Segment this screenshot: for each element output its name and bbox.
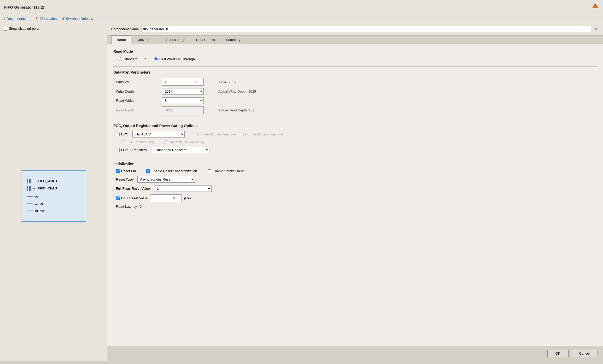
write-width-label: Write Width [116,80,158,84]
reset-pin-row: Reset Pin Enable Reset Synchronization E… [113,169,597,173]
tab-summary[interactable]: Summary [220,35,246,44]
title-bar: FIFO Generator (13.2) [0,0,603,14]
enable-safety-checkbox[interactable] [208,169,211,173]
write-width-input[interactable] [164,79,195,85]
read-width-label: Read Width [116,99,158,103]
write-depth-select[interactable]: 1024 512 2048 [162,88,204,95]
read-latency-label: Read Latency : 0 [116,205,142,208]
first-word-option: First Word Fall Through [154,57,195,61]
standard-fifo-radio[interactable] [119,57,122,61]
output-reg-checkbox[interactable] [116,148,120,152]
location-icon: 📍 [34,17,39,21]
dout-reset-input-box: ✕ [150,194,182,202]
double-bit-checkbox[interactable] [240,133,244,136]
write-width-hint: 1,2,3...1024 [218,80,597,84]
ecc-checkbox-item: ECC [116,132,128,136]
cancel-button[interactable]: Cancel [571,350,598,357]
info-icon: ℹ [4,16,5,21]
ecc-type-select[interactable]: Hard ECC Soft ECC [132,131,185,138]
dynamic-power-item: Dynamic Power Gating [164,140,204,144]
read-mode-group: Standard FIFO First Word Fall Through [113,57,597,61]
ok-button[interactable]: OK [547,350,569,357]
ecc-section-title: ECC, Output Register and Power Gating Op… [113,124,597,128]
dynamic-power-checkbox[interactable] [164,140,168,144]
double-bit-label: Double Bit Error Injection [245,132,283,136]
read-port-icon [27,186,31,191]
output-reg-row: Output Registers Embedded Registers Fabr… [113,147,597,153]
tab-status-flags-label: Status Flags [166,38,185,42]
init-title: Initialization [113,162,597,166]
reset-type-row: Reset Type Asynchronous Reset Synchronou… [113,176,597,183]
enable-safety-item: Enable Safety Circuit [208,169,244,173]
show-disabled-row: Show disabled ports [4,27,103,31]
read-depth-input-box [162,106,204,114]
app-logo [592,3,599,11]
actual-write-depth: Actual Write Depth: 1025 [218,89,597,93]
refresh-icon: ↺ [62,17,65,21]
dout-reset-clear[interactable]: ✕ [173,196,175,200]
show-disabled-checkbox[interactable] [4,27,7,31]
tab-data-counts[interactable]: Data Counts [191,35,220,44]
ecc-checkbox[interactable] [116,133,120,136]
ecc-row1: ECC Hard ECC Soft ECC Single Bit Error I… [113,131,597,138]
full-flags-select[interactable]: 1 0 [154,185,212,192]
standard-fifo-option: Standard FIFO [119,57,146,61]
tab-native-ports[interactable]: Native Ports [131,35,161,44]
doc-link[interactable]: ℹ Documentation [4,16,29,21]
reset-type-label: Reset Type [116,177,133,181]
write-depth-label: Write Depth [116,89,158,93]
toolbar: ℹ Documentation 📍 IP Location ↺ Switch t… [0,14,603,23]
tab-basic[interactable]: Basic [111,35,131,44]
fifo-read-port: + FIFO_READ [27,186,78,191]
tab-native-ports-label: Native Ports [137,38,155,42]
fifo-block: + FIFO_WRITE + FIFO_READ rst [21,170,86,222]
ecc-pipeline-item: ECC Pipeline Reg [121,140,154,144]
actual-read-depth: Actual Read Depth: 1025 [218,108,597,112]
rd-clk-label: rd_clk [35,209,44,213]
enable-safety-label: Enable Safety Circuit [213,169,244,173]
single-bit-checkbox[interactable] [194,133,198,136]
dout-row: Dout Reset Value ✕ (Hex) [113,194,597,202]
component-name-row: Component Name ✕ [107,23,603,35]
tab-bar: Basic Native Ports Status Flags Data Cou… [107,35,603,44]
switch-defaults-link[interactable]: ↺ Switch to Defaults [62,17,93,21]
rst-signal: rst [27,195,78,199]
ecc-row2: ECC Pipeline Reg Dynamic Power Gating [113,140,597,144]
ip-location-link[interactable]: 📍 IP Location [34,17,57,21]
write-width-input-box: ✕ [162,78,204,86]
bottom-buttons: OK Cancel [107,346,603,361]
standard-fifo-label: Standard FIFO [124,57,146,61]
reset-type-select[interactable]: Asynchronous Reset Synchronous Reset [137,176,195,183]
reset-pin-checkbox[interactable] [116,169,120,173]
first-word-radio[interactable] [154,57,158,61]
component-name-input[interactable] [142,26,591,32]
ecc-pipeline-checkbox[interactable] [121,140,125,144]
reset-pin-label: Reset Pin [121,169,136,173]
ip-location-label: IP Location [40,17,57,21]
dout-reset-checkbox[interactable] [116,196,120,200]
close-button[interactable]: ✕ [594,27,599,31]
rst-label: rst [35,195,39,199]
tab-status-flags[interactable]: Status Flags [161,35,191,44]
dout-reset-label: Dout Reset Value [121,196,148,200]
dout-reset-input[interactable] [152,195,173,201]
write-width-clear[interactable]: ✕ [195,80,197,83]
read-mode-title: Read Mode [113,49,597,53]
first-word-label: First Word Fall Through [159,57,195,61]
dout-reset-item: Dout Reset Value [116,196,148,200]
data-port-title: Data Port Parameters [113,70,597,74]
enable-reset-sync-checkbox[interactable] [146,169,150,173]
tab-summary-label: Summary [226,38,241,42]
double-bit-item: Double Bit Error Injection [240,132,283,136]
full-flags-label: Full Flags Reset Value [116,187,150,190]
dout-hex-label: (Hex) [184,196,192,200]
show-disabled-label: Show disabled ports [9,27,39,31]
tab-content: Read Mode Standard FIFO First Word Fall … [107,44,603,346]
output-reg-item: Output Registers [116,148,147,152]
output-reg-type-select[interactable]: Embedded Registers Fabric Registers [152,147,209,153]
switch-defaults-label: Switch to Defaults [66,17,93,21]
right-panel: Component Name ✕ Basic Native Ports Stat… [107,23,603,361]
component-name-label: Component Name [111,27,139,31]
single-bit-item: Single Bit Error Injection [194,132,236,136]
read-width-select[interactable]: 8 16 32 [162,97,204,104]
